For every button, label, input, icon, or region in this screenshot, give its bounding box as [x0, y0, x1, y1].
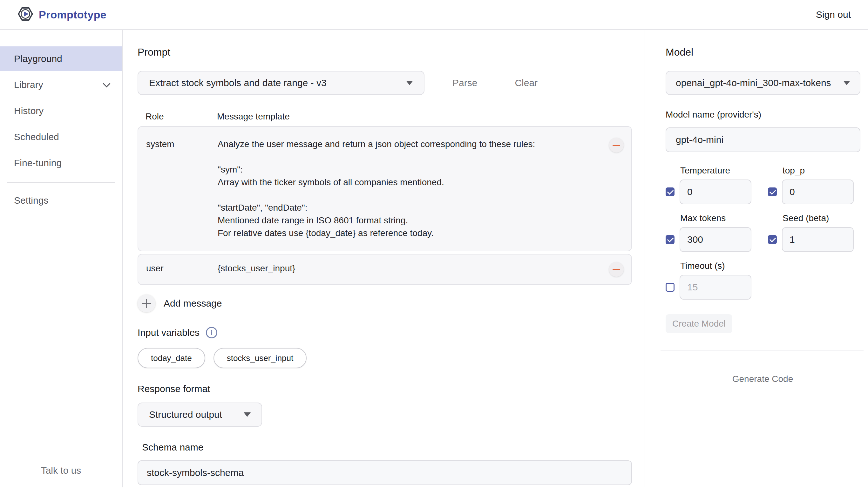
chevron-down-icon [406, 81, 413, 85]
template-column-header: Message template [217, 112, 290, 122]
sign-out-button[interactable]: Sign out [816, 9, 851, 20]
temperature-input[interactable] [680, 180, 751, 204]
prompt-select-value: Extract stock symbols and date range - v… [149, 78, 327, 88]
chevron-down-icon [103, 80, 110, 87]
logo-icon [17, 6, 34, 24]
model-name-label: Model name (provider's) [665, 110, 860, 120]
timeout-checkbox[interactable] [665, 283, 675, 292]
remove-message-button[interactable] [609, 138, 624, 152]
param-timeout: Timeout (s) [665, 261, 751, 300]
model-panel: Model openai_gpt-4o-mini_300-max-tokens … [645, 30, 868, 487]
param-seed: Seed (beta) [768, 213, 854, 252]
talk-to-us-link[interactable]: Talk to us [0, 465, 122, 476]
param-temperature: Temperature [665, 165, 751, 204]
role-column-header: Role [146, 112, 217, 122]
prompt-section-title: Prompt [137, 47, 645, 58]
sidebar-divider [7, 182, 115, 183]
model-select-value: openai_gpt-4o-mini_300-max-tokens [676, 78, 831, 88]
input-variable-pill[interactable]: today_date [137, 348, 205, 368]
schema-name-input[interactable] [137, 460, 632, 485]
input-variables-label: Input variables [137, 327, 199, 338]
sidebar-item-label: Settings [14, 195, 48, 206]
sidebar-item-fine-tuning[interactable]: Fine-tuning [0, 151, 122, 175]
input-variable-pill[interactable]: stocks_user_input [214, 348, 307, 368]
temperature-label: Temperature [665, 165, 751, 176]
param-top-p: top_p [768, 165, 854, 204]
max-tokens-input[interactable] [680, 227, 751, 252]
sidebar-item-history[interactable]: History [0, 98, 122, 123]
response-format-value: Structured output [149, 409, 222, 420]
sidebar: Playground Library History Scheduled Fin… [0, 30, 123, 487]
param-max-tokens: Max tokens [665, 213, 751, 252]
model-select[interactable]: openai_gpt-4o-mini_300-max-tokens [665, 71, 860, 95]
top-bar: Promptotype Sign out [0, 0, 868, 30]
panel-divider [660, 350, 864, 350]
sidebar-item-settings[interactable]: Settings [0, 188, 122, 213]
model-name-input[interactable] [665, 127, 860, 152]
top-p-input[interactable] [782, 180, 854, 204]
response-format-label: Response format [137, 384, 645, 394]
minus-icon [613, 269, 620, 270]
sidebar-item-label: Fine-tuning [14, 158, 62, 169]
minus-icon [613, 145, 620, 146]
response-format-select[interactable]: Structured output [137, 402, 262, 427]
sidebar-item-scheduled[interactable]: Scheduled [0, 125, 122, 149]
message-role: system [146, 138, 218, 151]
sidebar-item-library[interactable]: Library [0, 72, 122, 97]
sidebar-item-label: Scheduled [14, 131, 59, 142]
schema-name-label: Schema name [142, 442, 645, 453]
chevron-down-icon [244, 413, 251, 417]
timeout-input[interactable] [680, 275, 751, 300]
chevron-down-icon [843, 81, 850, 85]
playground-main: Prompt Extract stock symbols and date ra… [123, 30, 645, 487]
max-tokens-label: Max tokens [665, 213, 751, 223]
seed-input[interactable] [782, 227, 854, 252]
prompt-select[interactable]: Extract stock symbols and date range - v… [137, 71, 425, 95]
message-role: user [146, 262, 218, 275]
sidebar-item-label: History [14, 105, 43, 116]
generate-code-link[interactable]: Generate Code [732, 374, 793, 384]
message-template[interactable]: {stocks_user_input} [218, 262, 609, 275]
model-section-title: Model [665, 47, 860, 58]
message-template[interactable]: Analyze the user message and return a js… [218, 138, 609, 240]
message-row-user: user {stocks_user_input} [137, 254, 632, 285]
message-table-header: Role Message template [137, 112, 645, 122]
max-tokens-checkbox[interactable] [665, 235, 675, 244]
remove-message-button[interactable] [609, 262, 624, 277]
message-row-system: system Analyze the user message and retu… [137, 126, 632, 251]
add-message-button[interactable] [137, 295, 155, 312]
info-icon[interactable] [206, 327, 217, 338]
temperature-checkbox[interactable] [665, 187, 675, 196]
sidebar-item-label: Playground [14, 53, 62, 64]
brand-logo[interactable]: Promptotype [17, 6, 106, 24]
sidebar-item-label: Library [14, 80, 43, 90]
create-model-button[interactable]: Create Model [665, 314, 732, 333]
seed-checkbox[interactable] [768, 235, 777, 244]
seed-label: Seed (beta) [768, 213, 854, 223]
top-p-label: top_p [768, 165, 854, 176]
parse-button[interactable]: Parse [453, 78, 477, 88]
brand-name: Promptotype [39, 8, 106, 21]
timeout-label: Timeout (s) [665, 261, 751, 271]
clear-button[interactable]: Clear [515, 78, 537, 88]
top-p-checkbox[interactable] [768, 187, 777, 196]
sidebar-item-playground[interactable]: Playground [0, 47, 122, 71]
add-message-label: Add message [164, 298, 222, 309]
